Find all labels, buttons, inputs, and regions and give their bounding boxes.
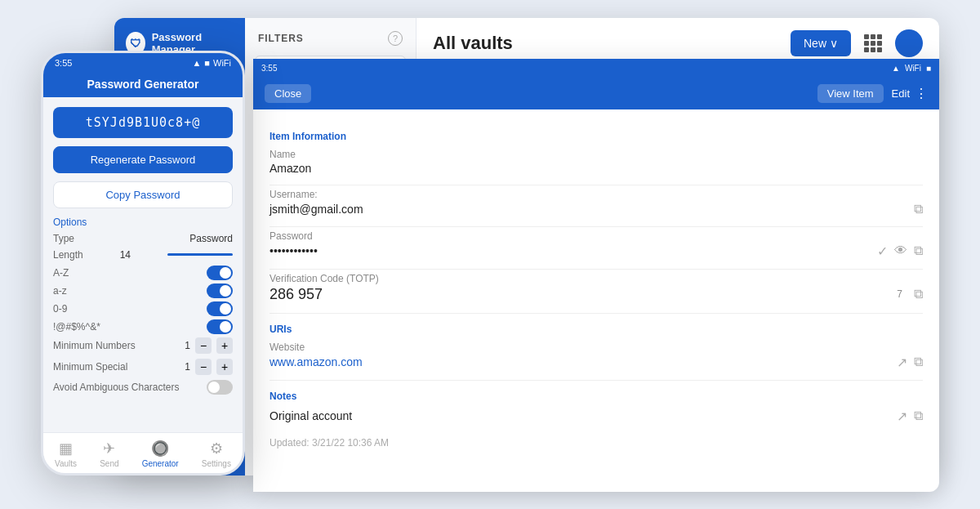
min-special-value: 1 xyxy=(185,361,190,373)
user-avatar[interactable] xyxy=(895,29,923,57)
regenerate-button[interactable]: Regenerate Password xyxy=(53,146,233,173)
website-field-row: www.amazon.com ↗ ⧉ xyxy=(270,355,923,370)
password-field-value: •••••••••••• xyxy=(270,244,318,257)
vaults-footer-label: Vaults xyxy=(55,459,77,468)
az-lower-label: a-z xyxy=(53,285,67,297)
mobile-status-right: ▲ ■ WiFi xyxy=(192,58,231,68)
notes-field-row: Original account ↗ ⧉ xyxy=(270,409,923,424)
detail-topbar-right: ▲ WiFi ■ xyxy=(892,64,931,73)
settings-footer-label: Settings xyxy=(202,459,231,468)
copy-username-icon[interactable]: ⧉ xyxy=(914,202,923,217)
length-slider[interactable] xyxy=(167,253,233,256)
copy-totp-icon[interactable]: ⧉ xyxy=(914,287,923,301)
page-title: All vaults xyxy=(433,33,791,54)
wifi-icon: WiFi xyxy=(213,58,231,68)
copy-notes-icon[interactable]: ⧉ xyxy=(914,409,923,423)
new-button-label: New xyxy=(804,37,826,50)
mobile-footer-send[interactable]: ✈ Send xyxy=(100,440,118,468)
website-value[interactable]: www.amazon.com xyxy=(270,355,363,368)
copy-password-button[interactable]: Copy Password xyxy=(53,181,233,208)
filter-header: FILTERS ? xyxy=(245,31,416,56)
open-notes-icon[interactable]: ↗ xyxy=(897,409,907,424)
mobile-header-title: Password Generator xyxy=(87,78,199,91)
generated-password: tSYJd9B1U0c8+@ xyxy=(53,107,233,138)
type-option: Type Password xyxy=(53,233,233,244)
min-special-increment[interactable]: + xyxy=(216,359,233,375)
avoid-ambiguous-option: Avoid Ambiguous Characters xyxy=(53,380,233,395)
open-website-icon[interactable]: ↗ xyxy=(897,355,907,370)
special-option: !@#$%^&* xyxy=(53,319,233,334)
min-numbers-value: 1 xyxy=(185,340,190,351)
mobile-time: 3:55 xyxy=(55,58,72,68)
grid-view-button[interactable] xyxy=(859,29,887,57)
name-field-row: Amazon xyxy=(270,162,923,175)
detail-topbar: 3:55 ▲ WiFi ■ xyxy=(253,59,939,78)
divider xyxy=(270,269,923,270)
min-numbers-increment[interactable]: + xyxy=(216,337,233,354)
length-label: Length xyxy=(53,249,83,261)
detail-wifi-icon: WiFi xyxy=(905,64,921,73)
totp-field: Verification Code (TOTP) 286 957 7 ⧉ xyxy=(270,273,923,303)
copy-website-icon[interactable]: ⧉ xyxy=(914,355,923,369)
username-actions: ⧉ xyxy=(914,202,923,217)
detail-edit-button[interactable]: Edit xyxy=(892,87,910,100)
filter-title: FILTERS xyxy=(258,33,304,44)
special-toggle[interactable] xyxy=(207,319,233,334)
divider xyxy=(270,226,923,227)
grid-icon xyxy=(864,34,882,52)
length-option: Length 14 xyxy=(53,249,233,261)
mobile-footer-generator[interactable]: 🔘 Generator xyxy=(142,440,179,468)
name-field: Name Amazon xyxy=(270,149,923,175)
detail-more-button[interactable]: ⋮ xyxy=(915,86,928,101)
item-info-section-label: Item Information xyxy=(270,131,923,142)
name-field-label: Name xyxy=(270,149,923,160)
password-field-label: Password xyxy=(270,230,923,242)
reveal-password-icon[interactable]: 👁 xyxy=(894,243,907,258)
detail-view-button[interactable]: View Item xyxy=(817,84,884,103)
password-actions: ✓ 👁 ⧉ xyxy=(877,243,923,259)
copy-password-icon[interactable]: ⧉ xyxy=(914,243,923,258)
username-field-label: Username: xyxy=(270,189,923,200)
username-field-row: jsmith@gmail.com ⧉ xyxy=(270,202,923,217)
min-numbers-decrement[interactable]: − xyxy=(195,337,212,354)
password-field: Password •••••••••••• ✓ 👁 ⧉ xyxy=(270,230,923,259)
username-field-value: jsmith@gmail.com xyxy=(270,203,363,216)
totp-field-label: Verification Code (TOTP) xyxy=(270,273,923,284)
vaults-footer-icon: ▦ xyxy=(59,440,73,458)
detail-battery-icon: ■ xyxy=(926,64,931,73)
num-label: 0-9 xyxy=(53,303,67,315)
settings-footer-icon: ⚙ xyxy=(210,440,223,458)
website-field: Website www.amazon.com ↗ ⧉ xyxy=(270,342,923,370)
num-option: 0-9 xyxy=(53,301,233,316)
min-special-stepper: 1 − + xyxy=(185,359,233,375)
name-field-value: Amazon xyxy=(270,162,311,175)
options-label: Options xyxy=(53,217,233,228)
az-lower-toggle[interactable] xyxy=(207,284,233,298)
filter-help-icon[interactable]: ? xyxy=(388,31,403,46)
num-toggle[interactable] xyxy=(207,301,233,316)
totp-field-row: 286 957 7 ⧉ xyxy=(270,286,923,303)
detail-signal-icon: ▲ xyxy=(892,64,900,73)
avoid-label: Avoid Ambiguous Characters xyxy=(53,382,180,393)
mobile-footer-settings[interactable]: ⚙ Settings xyxy=(202,440,231,468)
az-toggle[interactable] xyxy=(207,266,233,280)
length-value: 14 xyxy=(120,249,131,261)
special-label: !@#$%^&* xyxy=(53,321,100,333)
divider xyxy=(270,313,923,314)
detail-close-button[interactable]: Close xyxy=(265,84,311,103)
signal-icon: ▲ xyxy=(192,58,201,68)
main-actions: New ∨ xyxy=(791,29,923,57)
mobile-footer-vaults[interactable]: ▦ Vaults xyxy=(55,440,77,468)
new-button[interactable]: New ∨ xyxy=(791,30,851,56)
check-password-icon[interactable]: ✓ xyxy=(877,243,888,259)
detail-overlay: 3:55 ▲ WiFi ■ Close View Item Edit ⋮ Ite… xyxy=(253,59,939,492)
min-numbers-stepper: 1 − + xyxy=(185,337,233,354)
type-label: Type xyxy=(53,233,74,244)
avoid-toggle[interactable] xyxy=(207,380,233,395)
detail-status-time: 3:55 xyxy=(261,64,277,73)
type-value: Password xyxy=(189,233,233,244)
totp-counter: 7 xyxy=(897,288,902,300)
min-special-decrement[interactable]: − xyxy=(195,359,212,375)
detail-action-bar: Close View Item Edit ⋮ xyxy=(253,78,939,109)
notes-section-label: Notes xyxy=(270,391,923,402)
